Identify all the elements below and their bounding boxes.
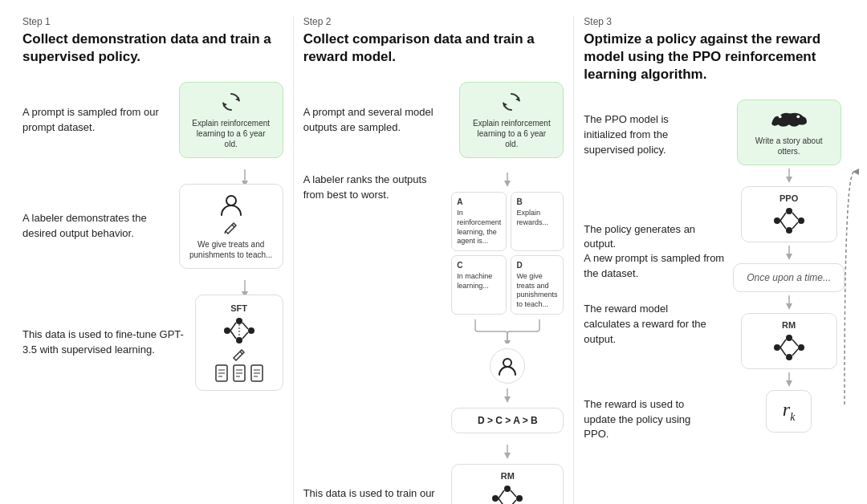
doc2-icon <box>232 364 246 382</box>
diagram-container: Step 1 Collect demonstration data and tr… <box>13 16 854 504</box>
ppo-loop-arrow <box>838 164 862 404</box>
output-D: D We give treats and punishments to teac… <box>511 255 564 315</box>
svg-point-68 <box>786 335 792 341</box>
pen2-icon <box>232 347 246 361</box>
svg-marker-66 <box>786 303 792 310</box>
svg-marker-76 <box>786 380 792 387</box>
output-D-letter: D <box>516 260 558 270</box>
brace-arrow <box>467 319 547 343</box>
step3-rm-card: RM <box>741 313 837 369</box>
step3-ppo-card: PPO <box>741 186 837 242</box>
step3-arrow3 <box>783 295 796 310</box>
step2-arrow2 <box>501 388 514 403</box>
step2-label: Step 2 <box>303 16 564 27</box>
step3-text2: The PPO model is initialized from the su… <box>584 112 712 158</box>
ppo-label: PPO <box>779 193 798 203</box>
svg-marker-34 <box>504 181 511 187</box>
svg-point-51 <box>779 116 782 119</box>
svg-line-16 <box>242 332 248 339</box>
step1-labeler-text: We give treats and punishments to teach.… <box>189 239 273 260</box>
svg-line-73 <box>792 339 798 346</box>
labeler-icon-circle <box>490 348 525 384</box>
step3-arrow4 <box>783 372 796 387</box>
step3-text5: The reward is used to update the policy … <box>584 397 712 443</box>
svg-marker-38 <box>504 396 511 403</box>
docs-row <box>214 364 264 382</box>
svg-line-48 <box>511 500 516 504</box>
step1-column: Step 1 Collect demonstration data and tr… <box>13 16 294 504</box>
step1-text3: This data is used to fine-tune GPT-3.5 w… <box>22 327 187 358</box>
step2-row3: This data is used to train our reward mo… <box>303 445 564 504</box>
svg-line-74 <box>792 349 798 356</box>
step3-otter-text: Write a story about otters. <box>747 136 831 156</box>
sft-label: SFT <box>230 303 247 313</box>
output-grid: A In reinforcement learning, the agent i… <box>451 192 564 315</box>
step2-arrow3 <box>501 445 514 459</box>
step1-sft-card: SFT <box>195 295 283 391</box>
refresh-icon <box>220 91 242 113</box>
step2-rm-card: RM D > C > A > B <box>451 464 564 504</box>
step1-row1: A prompt is sampled from our prompt data… <box>22 82 283 158</box>
output-C-text: In machine learning... <box>457 272 492 290</box>
output-A-letter: A <box>457 197 501 207</box>
output-A-text: In reinforcement learning, the agent is.… <box>457 209 501 245</box>
step3-arrow1 <box>783 169 796 183</box>
ranking-bar-top: D > C > A > B <box>451 408 564 433</box>
step3-title: Optimize a policy against the reward mod… <box>584 30 845 83</box>
doc1-icon <box>214 364 229 382</box>
output-A: A In reinforcement learning, the agent i… <box>451 192 507 251</box>
output-B-letter: B <box>516 197 558 207</box>
doc3-icon <box>250 364 264 382</box>
svg-line-71 <box>780 339 786 348</box>
step3-label: Step 3 <box>584 16 845 27</box>
ppo-network-icon <box>769 206 809 235</box>
svg-point-4 <box>226 196 236 205</box>
svg-line-45 <box>499 490 504 498</box>
svg-point-57 <box>786 227 792 234</box>
step1-label: Step 1 <box>22 16 283 27</box>
step3-text4: The reward model calculates a reward for… <box>584 302 712 348</box>
step1-labeler-card: We give treats and punishments to teach.… <box>179 184 283 269</box>
person-icon <box>218 193 244 218</box>
svg-line-60 <box>780 221 786 229</box>
rm-network-icon <box>487 484 527 504</box>
step3-rm-label: RM <box>782 320 796 330</box>
step2-text3: This data is used to train our reward mo… <box>303 486 444 504</box>
ranking-text-top: D > C > A > B <box>478 415 538 426</box>
labeler-person-icon <box>497 356 518 376</box>
step3-output-card: Once upon a time... <box>733 263 845 292</box>
svg-point-12 <box>248 327 254 334</box>
svg-line-13 <box>230 323 236 331</box>
step2-grid-section: A labeler ranks the outputs from best to… <box>303 173 564 433</box>
pen-icon <box>224 220 238 234</box>
svg-point-42 <box>504 486 511 492</box>
output-D-text: We give treats and punishments to teach.… <box>516 272 557 308</box>
step1-text2: A labeler demonstrates the desired outpu… <box>22 211 171 242</box>
step2-row1: A prompt and several model outputs are s… <box>303 82 564 158</box>
refresh2-icon <box>500 91 523 113</box>
svg-line-72 <box>780 348 786 356</box>
step1-text1: A prompt is sampled from our prompt data… <box>22 105 171 136</box>
svg-marker-64 <box>786 254 792 260</box>
svg-line-47 <box>511 490 516 497</box>
step2-outputs: A In reinforcement learning, the agent i… <box>451 173 564 433</box>
output-B: B Explain rewards... <box>511 192 564 251</box>
svg-line-5 <box>232 225 234 227</box>
svg-line-59 <box>780 213 786 221</box>
step2-text1: A prompt and several model outputs are s… <box>303 105 452 136</box>
output-C-letter: C <box>457 260 501 270</box>
step2-title: Collect comparison data and train a rewa… <box>303 30 564 66</box>
step2-arrow1 <box>501 173 514 187</box>
step3-texts: The PPO model is initialized from the su… <box>584 112 712 442</box>
step3-text3: The policy generates an output. <box>584 222 712 253</box>
svg-line-6 <box>225 231 226 234</box>
reward-card: rk <box>766 390 812 433</box>
svg-point-56 <box>786 208 792 214</box>
svg-marker-54 <box>786 177 792 183</box>
svg-point-41 <box>492 495 499 502</box>
sft-network-icon <box>219 316 259 345</box>
step2-prompt-text: Explain reinforcement learning to a 6 ye… <box>470 118 553 149</box>
svg-point-11 <box>236 337 242 343</box>
step2-rm-section: RM D > C > A > B <box>451 445 564 504</box>
svg-line-62 <box>792 222 798 229</box>
